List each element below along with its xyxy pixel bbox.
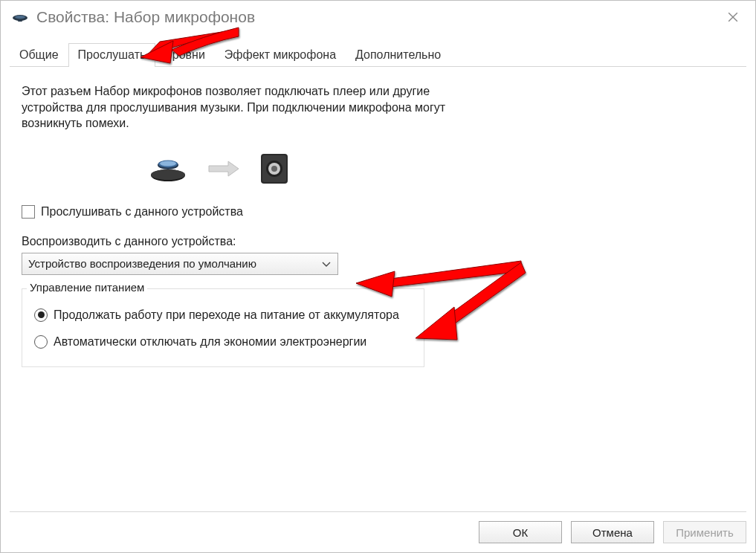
playback-device-label: Воспроизводить с данного устройства: [22, 235, 736, 248]
radio-continue-label: Продолжать работу при переходе на питани… [54, 308, 399, 322]
arrow-right-icon [207, 158, 240, 181]
properties-window: Свойства: Набор микрофонов Общие Прослуш… [0, 0, 756, 553]
svg-rect-2 [18, 20, 22, 22]
radio-autooff[interactable] [34, 335, 48, 349]
svg-point-1 [15, 16, 25, 19]
button-bar: ОК Отмена Применить [10, 511, 746, 543]
ok-button[interactable]: ОК [479, 521, 562, 543]
listen-checkbox[interactable] [22, 205, 35, 219]
tab-listen[interactable]: Прослушать [68, 43, 156, 67]
tab-content: Этот разъем Набор микрофонов позволяет п… [1, 67, 755, 520]
tab-advanced[interactable]: Дополнительно [346, 43, 450, 67]
playback-device-select[interactable]: Устройство воспроизведения по умолчанию [22, 253, 338, 275]
apply-button[interactable]: Применить [663, 521, 746, 543]
radio-autooff-label: Автоматически отключать для экономии эле… [54, 335, 366, 349]
playback-device-selected: Устройство воспроизведения по умолчанию [28, 257, 320, 270]
tab-mic-effect[interactable]: Эффект микрофона [215, 43, 346, 67]
radio-continue-row[interactable]: Продолжать работу при переходе на питани… [34, 308, 413, 322]
speaker-icon [259, 152, 291, 187]
tab-levels[interactable]: Уровни [155, 43, 215, 67]
chevron-down-icon [320, 257, 333, 270]
tab-strip: Общие Прослушать Уровни Эффект микрофона… [10, 42, 746, 67]
cancel-button[interactable]: Отмена [571, 521, 654, 543]
radio-continue[interactable] [34, 308, 48, 322]
description-text: Этот разъем Набор микрофонов позволяет п… [22, 83, 453, 132]
close-button[interactable] [717, 4, 749, 30]
window-title: Свойства: Набор микрофонов [36, 8, 255, 26]
svg-point-14 [271, 166, 277, 172]
radio-autooff-row[interactable]: Автоматически отключать для экономии эле… [34, 335, 413, 349]
tab-general[interactable]: Общие [10, 43, 68, 67]
titlebar: Свойства: Набор микрофонов [1, 1, 755, 33]
power-management-legend: Управление питанием [27, 281, 147, 294]
listen-checkbox-row[interactable]: Прослушивать с данного устройства [22, 205, 736, 219]
power-management-group: Управление питанием Продолжать работу пр… [22, 288, 424, 367]
mic-device-icon [148, 155, 188, 185]
illustration-row [148, 152, 736, 187]
svg-point-6 [151, 169, 185, 180]
listen-checkbox-label: Прослушивать с данного устройства [41, 205, 243, 219]
svg-point-9 [160, 161, 176, 166]
window-icon [11, 11, 29, 23]
